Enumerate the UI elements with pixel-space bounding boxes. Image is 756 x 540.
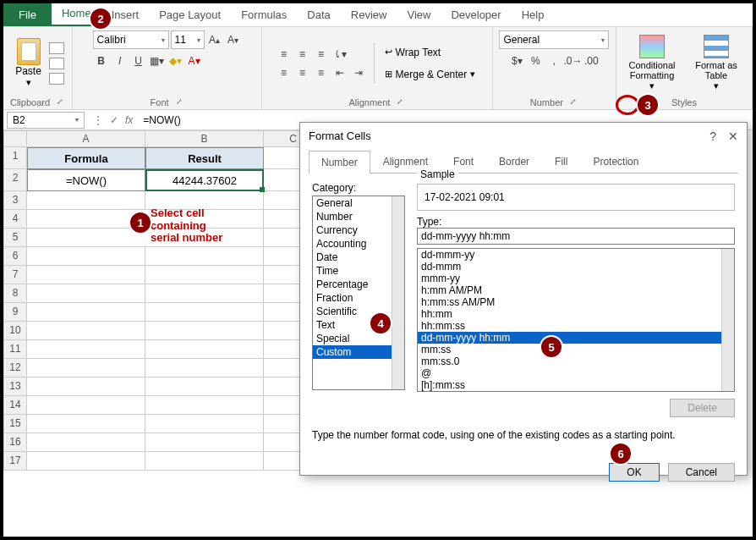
tab-help[interactable]: Help xyxy=(512,3,555,26)
font-name-combo[interactable]: Calibri▾ xyxy=(93,30,169,49)
cat-time[interactable]: Time xyxy=(313,264,404,278)
cell[interactable] xyxy=(145,322,264,340)
align-center-icon[interactable]: ≡ xyxy=(294,64,311,81)
row-header[interactable]: 10 xyxy=(3,322,27,340)
cell[interactable] xyxy=(145,396,264,415)
cell-b1[interactable]: Result xyxy=(145,147,264,169)
cell[interactable] xyxy=(145,452,264,471)
enter-formula-icon[interactable]: ✓ xyxy=(110,114,118,126)
decrease-decimal-icon[interactable]: .00 xyxy=(583,52,600,69)
row-header[interactable]: 2 xyxy=(3,169,27,191)
row-header[interactable]: 13 xyxy=(3,377,27,396)
cell[interactable] xyxy=(27,415,145,433)
clipboard-launcher[interactable]: ⤢ xyxy=(55,97,65,107)
cat-scientific[interactable]: Scientific xyxy=(313,305,404,318)
border-button[interactable]: ▦▾ xyxy=(149,52,166,69)
cat-currency[interactable]: Currency xyxy=(313,223,404,237)
cell[interactable] xyxy=(27,284,145,303)
cell[interactable] xyxy=(145,247,264,266)
type-item[interactable]: mmm-yy xyxy=(418,273,734,284)
cell[interactable] xyxy=(145,415,264,433)
fill-handle[interactable] xyxy=(260,187,265,192)
col-header-b[interactable]: B xyxy=(145,130,264,147)
cell[interactable] xyxy=(27,266,145,284)
comma-format-icon[interactable]: , xyxy=(545,52,562,69)
type-item[interactable]: @ xyxy=(418,367,734,379)
cell[interactable] xyxy=(145,433,264,452)
row-header[interactable]: 15 xyxy=(3,415,27,433)
dlg-tab-number[interactable]: Number xyxy=(309,151,370,174)
align-bottom-icon[interactable]: ≡ xyxy=(313,46,330,63)
tab-developer[interactable]: Developer xyxy=(441,3,511,26)
cancel-formula-icon[interactable]: ⋮ xyxy=(93,114,103,126)
cell[interactable] xyxy=(27,247,145,266)
type-item[interactable]: hh:mm:ss xyxy=(418,320,734,332)
font-color-button[interactable]: A▾ xyxy=(186,52,203,69)
orientation-icon[interactable]: ⤹▾ xyxy=(331,46,348,63)
cell[interactable] xyxy=(27,452,145,471)
alignment-launcher[interactable]: ⤢ xyxy=(395,97,405,107)
tab-formulas[interactable]: Formulas xyxy=(231,3,297,26)
font-launcher[interactable]: ⤢ xyxy=(174,97,184,107)
type-item[interactable]: h:mm AM/PM xyxy=(418,284,734,296)
type-list[interactable]: dd-mmm-yy dd-mmm mmm-yy h:mm AM/PM h:mm:… xyxy=(417,248,735,392)
delete-button[interactable]: Delete xyxy=(670,399,735,417)
row-header[interactable]: 9 xyxy=(3,303,27,322)
tab-data[interactable]: Data xyxy=(297,3,340,26)
underline-button[interactable]: U xyxy=(130,52,147,69)
col-header-a[interactable]: A xyxy=(27,130,145,147)
format-painter-button[interactable] xyxy=(49,73,64,85)
cell[interactable] xyxy=(27,322,145,340)
cell[interactable] xyxy=(27,433,145,452)
row-header[interactable]: 14 xyxy=(3,396,27,415)
increase-indent-icon[interactable]: ⇥ xyxy=(350,64,367,81)
cell-b2[interactable]: 44244.37602 xyxy=(145,169,264,191)
cut-button[interactable] xyxy=(49,42,64,54)
type-input[interactable] xyxy=(417,228,735,245)
cell[interactable] xyxy=(27,191,145,210)
row-header[interactable]: 5 xyxy=(3,229,27,247)
dlg-tab-border[interactable]: Border xyxy=(486,150,542,173)
cancel-button[interactable]: Cancel xyxy=(668,463,735,482)
row-header[interactable]: 17 xyxy=(3,452,27,471)
row-header[interactable]: 4 xyxy=(3,210,27,229)
row-header[interactable]: 12 xyxy=(3,359,27,377)
select-all-corner[interactable] xyxy=(3,130,27,147)
cell[interactable] xyxy=(27,359,145,377)
bold-button[interactable]: B xyxy=(93,52,110,69)
row-header[interactable]: 7 xyxy=(3,266,27,284)
type-item[interactable]: hh:mm xyxy=(418,308,734,320)
type-item[interactable]: dd-mmm-yy xyxy=(418,249,734,261)
cell[interactable] xyxy=(145,303,264,322)
increase-decimal-icon[interactable]: .0→ xyxy=(564,52,581,69)
row-header[interactable]: 3 xyxy=(3,191,27,210)
italic-button[interactable]: I xyxy=(112,52,129,69)
dlg-tab-fill[interactable]: Fill xyxy=(542,150,580,173)
category-list[interactable]: General Number Currency Accounting Date … xyxy=(312,196,405,390)
cat-number[interactable]: Number xyxy=(313,210,404,223)
accounting-format-icon[interactable]: $▾ xyxy=(508,52,525,69)
type-item[interactable]: [h]:mm:ss xyxy=(418,379,734,391)
tab-file[interactable]: File xyxy=(3,3,52,26)
percent-format-icon[interactable]: % xyxy=(527,52,544,69)
cat-date[interactable]: Date xyxy=(313,251,404,264)
row-header[interactable]: 11 xyxy=(3,340,27,359)
cell[interactable] xyxy=(145,377,264,396)
name-box[interactable]: B2▾ xyxy=(7,112,85,129)
cat-special[interactable]: Special xyxy=(313,332,404,345)
number-format-combo[interactable]: General▾ xyxy=(499,30,609,49)
align-right-icon[interactable]: ≡ xyxy=(313,64,330,81)
type-item-selected[interactable]: dd-mm-yyyy hh:mm xyxy=(418,332,734,344)
dlg-tab-protection[interactable]: Protection xyxy=(580,150,651,173)
cell[interactable] xyxy=(145,266,264,284)
increase-font-icon[interactable]: A▴ xyxy=(206,31,223,48)
row-header[interactable]: 16 xyxy=(3,433,27,452)
tab-review[interactable]: Review xyxy=(341,3,397,26)
row-header[interactable]: 8 xyxy=(3,284,27,303)
decrease-indent-icon[interactable]: ⇤ xyxy=(331,64,348,81)
help-icon[interactable]: ? xyxy=(709,129,716,143)
type-item[interactable]: h:mm:ss AM/PM xyxy=(418,296,734,308)
cell-a2[interactable]: =NOW() xyxy=(27,169,145,191)
merge-center-button[interactable]: ⊞Merge & Center▾ xyxy=(381,64,479,85)
cell[interactable] xyxy=(27,303,145,322)
